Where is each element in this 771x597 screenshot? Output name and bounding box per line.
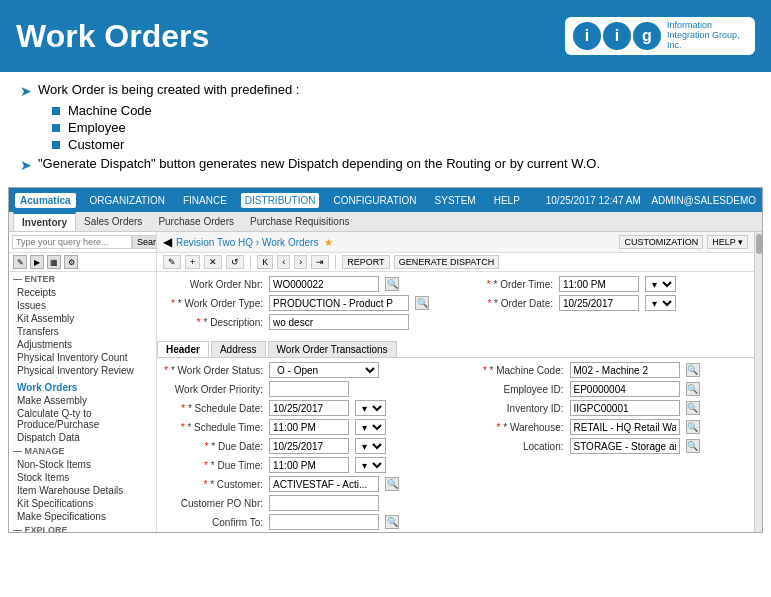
sidebar-gear-icon[interactable]: ⚙: [64, 255, 78, 269]
form-row-odate: * Order Date: ▾: [453, 295, 676, 311]
machine-lookup-btn[interactable]: 🔍: [686, 363, 700, 377]
otime-input[interactable]: [559, 276, 639, 292]
odate-picker-select[interactable]: ▾: [645, 295, 676, 311]
employee-input[interactable]: [570, 381, 680, 397]
star-icon[interactable]: ★: [324, 237, 333, 248]
detail-col-right: * Machine Code: 🔍 Employee ID: 🔍 Invento…: [464, 362, 749, 532]
page-title: Work Orders: [16, 18, 209, 55]
sdate-input[interactable]: [269, 400, 349, 416]
toolbar-next-btn[interactable]: ›: [294, 255, 307, 269]
location-lookup-btn[interactable]: 🔍: [686, 439, 700, 453]
priority-input[interactable]: [269, 381, 349, 397]
wotype-lookup-btn[interactable]: 🔍: [415, 296, 429, 310]
toolbar-prev-btn[interactable]: ‹: [277, 255, 290, 269]
toolbar-add-btn[interactable]: +: [185, 255, 200, 269]
toolbar-first-btn[interactable]: K: [257, 255, 273, 269]
sidebar-pencil-icon[interactable]: ✎: [13, 255, 27, 269]
toolbar-delete-btn[interactable]: ✕: [204, 255, 222, 269]
stime-input[interactable]: [269, 419, 349, 435]
sidebar: Search ✎ ▶ ▦ ⚙ — ENTER Receipts Issues K…: [9, 232, 157, 532]
sidebar-item-make-specs[interactable]: Make Specifications: [9, 510, 156, 523]
wotype-label: * Work Order Type:: [163, 298, 263, 309]
location-input[interactable]: [570, 438, 680, 454]
duedate-picker[interactable]: ▾: [355, 438, 386, 454]
nav-organization[interactable]: ORGANIZATION: [86, 193, 169, 208]
inner-tab-header[interactable]: Header: [157, 341, 209, 357]
toolbar-save-btn[interactable]: ✎: [163, 255, 181, 269]
sidebar-item-kit-assembly[interactable]: Kit Assembly: [9, 312, 156, 325]
nav-distribution[interactable]: DISTRIBUTION: [241, 193, 320, 208]
cpo-input[interactable]: [269, 495, 379, 511]
warehouse-input[interactable]: [570, 419, 680, 435]
otime-ampm-select[interactable]: ▾: [645, 276, 676, 292]
customer-lookup-btn[interactable]: 🔍: [385, 477, 399, 491]
warehouse-lookup-btn[interactable]: 🔍: [686, 420, 700, 434]
nav-finance[interactable]: FINANCE: [179, 193, 231, 208]
tab-purchase-requisitions[interactable]: Purchase Requisitions: [242, 212, 358, 231]
sidebar-item-non-stock[interactable]: Non-Stock Items: [9, 458, 156, 471]
duetime-input[interactable]: [269, 457, 349, 473]
toolbar-last-btn[interactable]: ⇥: [311, 255, 329, 269]
sidebar-play-icon[interactable]: ▶: [30, 255, 44, 269]
nav-help[interactable]: HELP: [490, 193, 524, 208]
duedate-input[interactable]: [269, 438, 349, 454]
inner-tab-transactions[interactable]: Work Order Transactions: [268, 341, 397, 357]
sidebar-item-stock-items[interactable]: Stock Items: [9, 471, 156, 484]
nav-system[interactable]: SYSTEM: [431, 193, 480, 208]
stime-picker[interactable]: ▾: [355, 419, 386, 435]
sidebar-chart-icon[interactable]: ▦: [47, 255, 61, 269]
search-button[interactable]: Search: [132, 235, 157, 249]
wonbr-label: Work Order Nbr:: [163, 279, 263, 290]
nav-configuration[interactable]: CONFIGURATION: [329, 193, 420, 208]
sdate-picker[interactable]: ▾: [355, 400, 386, 416]
detail-row-duedate: * Due Date: ▾: [163, 438, 448, 454]
sidebar-item-dispatch-data[interactable]: Dispatch Data: [9, 431, 156, 444]
detail-row-stime: * Schedule Time: ▾: [163, 419, 448, 435]
wotype-input[interactable]: [269, 295, 409, 311]
sidebar-item-item-warehouse[interactable]: Item Warehouse Details: [9, 484, 156, 497]
inventory-input[interactable]: [570, 400, 680, 416]
tab-purchase-orders[interactable]: Purchase Orders: [150, 212, 242, 231]
sidebar-item-transfers[interactable]: Transfers: [9, 325, 156, 338]
tab-sales-orders[interactable]: Sales Orders: [76, 212, 150, 231]
customer-input[interactable]: [269, 476, 379, 492]
sidebar-item-physical-review[interactable]: Physical Inventory Review: [9, 364, 156, 377]
machine-input[interactable]: [570, 362, 680, 378]
report-button[interactable]: REPORT: [342, 255, 389, 269]
duetime-picker[interactable]: ▾: [355, 457, 386, 473]
brand-logo[interactable]: Acumatica: [15, 193, 76, 208]
sidebar-search: Search: [9, 232, 156, 253]
sidebar-item-physical-count[interactable]: Physical Inventory Count: [9, 351, 156, 364]
sidebar-item-calculate-qty[interactable]: Calculate Q-ty to Produce/Purchase: [9, 407, 156, 431]
nav-back-icon[interactable]: ◀: [163, 235, 172, 249]
search-input[interactable]: [12, 235, 132, 249]
confirm-input[interactable]: [269, 514, 379, 530]
toolbar-refresh-btn[interactable]: ↺: [226, 255, 244, 269]
desc-input[interactable]: [269, 314, 409, 330]
square-icon: [52, 124, 60, 132]
sidebar-item-receipts[interactable]: Receipts: [9, 286, 156, 299]
wonbr-input[interactable]: [269, 276, 379, 292]
sidebar-item-make-assembly[interactable]: Make Assembly: [9, 394, 156, 407]
scrollbar-thumb[interactable]: [756, 234, 762, 254]
confirm-lookup-btn[interactable]: 🔍: [385, 515, 399, 529]
inventory-lookup-btn[interactable]: 🔍: [686, 401, 700, 415]
sub-bullet-machine: Machine Code: [52, 103, 751, 118]
desc-label: * Description:: [163, 317, 263, 328]
wo-toolbar: ✎ + ✕ ↺ K ‹ › ⇥ REPORT GENERATE DISPATCH: [157, 253, 754, 272]
generate-dispatch-button[interactable]: GENERATE DISPATCH: [394, 255, 500, 269]
tab-inventory[interactable]: Inventory: [13, 212, 76, 231]
wonbr-lookup-btn[interactable]: 🔍: [385, 277, 399, 291]
customization-button[interactable]: CUSTOMIZATION: [619, 235, 703, 249]
sidebar-item-work-orders[interactable]: Work Orders: [9, 381, 156, 394]
help-button[interactable]: HELP ▾: [707, 235, 748, 249]
sidebar-item-adjustments[interactable]: Adjustments: [9, 338, 156, 351]
odate-input[interactable]: [559, 295, 639, 311]
inner-tab-address[interactable]: Address: [211, 341, 266, 357]
scrollbar[interactable]: [754, 232, 762, 532]
sidebar-item-kit-specs[interactable]: Kit Specifications: [9, 497, 156, 510]
status-select[interactable]: O - Open: [269, 362, 379, 378]
sidebar-item-issues[interactable]: Issues: [9, 299, 156, 312]
stime-label: * Schedule Time:: [163, 422, 263, 433]
employee-lookup-btn[interactable]: 🔍: [686, 382, 700, 396]
